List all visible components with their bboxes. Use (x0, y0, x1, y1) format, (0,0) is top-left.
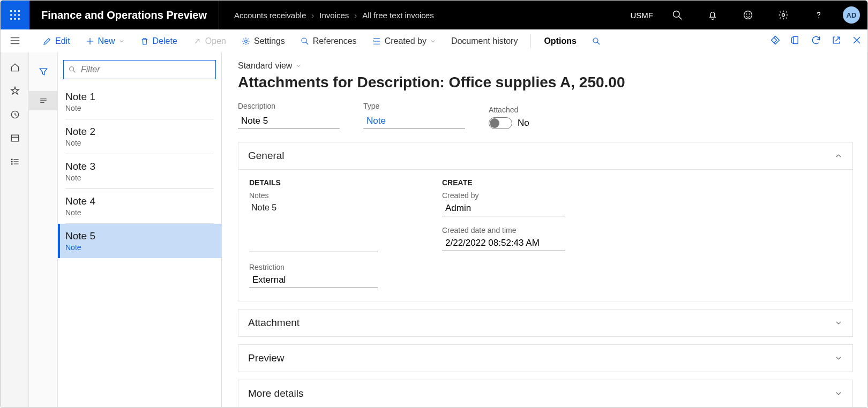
attached-toggle[interactable] (489, 117, 512, 129)
org-label[interactable]: USMF (631, 11, 654, 20)
section-preview-label: Preview (248, 352, 285, 364)
note-type: Note (65, 104, 214, 112)
type-value[interactable]: Note (363, 114, 465, 129)
refresh-icon[interactable] (811, 35, 821, 48)
gear-icon[interactable] (772, 1, 795, 29)
search-icon[interactable] (666, 1, 689, 29)
funnel-icon[interactable] (29, 62, 58, 81)
svg-point-4 (14, 14, 16, 16)
settings-button[interactable]: Settings (236, 33, 290, 49)
chevron-down-icon (118, 38, 125, 44)
type-field[interactable]: Type Note (363, 102, 465, 129)
edit-label: Edit (55, 36, 70, 46)
svg-point-14 (782, 14, 785, 17)
section-more-label: More details (248, 388, 304, 399)
document-history-button[interactable]: Document history (446, 33, 523, 49)
svg-point-11 (744, 11, 752, 19)
list-icon[interactable] (10, 156, 20, 169)
note-type: Note (65, 173, 214, 182)
section-preview[interactable]: Preview (238, 344, 853, 372)
attached-field: Attached No (489, 105, 529, 129)
type-label: Type (363, 102, 465, 110)
separator (530, 34, 531, 48)
svg-point-5 (18, 14, 20, 16)
create-column: CREATE Created by Admin Created date and… (442, 178, 565, 288)
crumb-1[interactable]: Accounts receivable (234, 11, 306, 20)
smile-icon[interactable] (737, 1, 759, 29)
note-item[interactable]: Note 2 Note (58, 119, 221, 154)
svg-point-1 (14, 10, 16, 12)
open-label: Open (205, 36, 226, 46)
options-label: Options (544, 36, 576, 46)
action-bar: Edit New Delete Open Settings References… (1, 29, 867, 53)
section-general-label: General (248, 150, 285, 162)
popout-icon[interactable] (831, 35, 842, 48)
breadcrumb: Accounts receivable › Invoices › All fre… (219, 11, 434, 20)
list-filter-column (29, 52, 58, 407)
view-selector[interactable]: Standard view (238, 61, 853, 71)
svg-point-2 (18, 10, 20, 12)
restriction-value[interactable]: External (249, 273, 378, 288)
app-launcher-button[interactable] (1, 1, 29, 29)
module-icon[interactable] (10, 133, 20, 146)
delete-button[interactable]: Delete (134, 33, 183, 49)
description-label: Description (238, 102, 340, 110)
createdby-button[interactable]: Created by (366, 33, 442, 49)
crumb-3[interactable]: All free text invoices (362, 11, 433, 20)
filter-input[interactable] (81, 65, 211, 74)
left-rail (1, 52, 29, 407)
section-general[interactable]: General (238, 142, 853, 170)
svg-point-8 (18, 18, 20, 20)
office-icon[interactable] (790, 35, 801, 48)
created-dt-value[interactable]: 2/22/2022 08:52:43 AM (442, 236, 565, 251)
avatar[interactable]: AD (843, 6, 860, 24)
section-attachment[interactable]: Attachment (238, 309, 853, 337)
lines-icon[interactable] (29, 91, 58, 110)
description-field[interactable]: Description Note 5 (238, 102, 340, 129)
home-icon[interactable] (10, 62, 20, 75)
section-more[interactable]: More details (238, 380, 853, 407)
help-icon[interactable] (807, 1, 830, 29)
clock-icon[interactable] (10, 109, 20, 122)
chevron-down-icon (834, 389, 843, 398)
created-dt-label: Created date and time (442, 226, 565, 235)
crumb-2[interactable]: Invoices (319, 11, 349, 20)
svg-line-41 (73, 70, 75, 72)
options-button[interactable]: Options (538, 33, 581, 49)
create-heading: CREATE (442, 178, 565, 187)
details-heading: DETAILS (249, 178, 378, 187)
note-item[interactable]: Note 4 Note (58, 189, 221, 223)
chevron-down-icon (834, 354, 843, 362)
note-title: Note 5 (65, 230, 214, 242)
edit-button[interactable]: Edit (37, 33, 76, 49)
note-title: Note 2 (65, 126, 214, 138)
bell-icon[interactable] (701, 1, 724, 29)
attached-value: No (518, 118, 529, 129)
star-icon[interactable] (10, 86, 20, 99)
notes-value: Note 5 (249, 200, 378, 216)
filter-input-wrap[interactable] (63, 60, 216, 79)
created-by-value[interactable]: Admin (442, 201, 565, 216)
note-item[interactable]: Note 5 Note (58, 224, 221, 258)
description-value[interactable]: Note 5 (238, 114, 340, 129)
notes-pane: Note 1 NoteNote 2 NoteNote 3 NoteNote 4 … (58, 52, 222, 407)
chevron-down-icon (834, 319, 843, 327)
note-item[interactable]: Note 1 Note (58, 85, 221, 119)
note-type: Note (65, 139, 214, 147)
action-search-button[interactable] (586, 33, 607, 49)
new-button[interactable]: New (80, 33, 130, 49)
notes-textarea[interactable] (249, 237, 378, 252)
references-label: References (313, 36, 357, 46)
svg-line-25 (597, 42, 600, 44)
diamond-icon[interactable] (770, 35, 781, 48)
note-item[interactable]: Note 3 Note (58, 154, 221, 188)
chevron-up-icon (834, 152, 843, 160)
svg-point-12 (746, 14, 747, 14)
svg-point-7 (14, 18, 16, 20)
svg-point-15 (818, 17, 819, 18)
hamburger-icon[interactable] (9, 35, 21, 49)
section-attachment-label: Attachment (248, 317, 300, 329)
references-button[interactable]: References (295, 33, 362, 49)
page-title: Attachments for Description: Office supp… (238, 74, 853, 91)
close-icon[interactable] (851, 35, 862, 48)
